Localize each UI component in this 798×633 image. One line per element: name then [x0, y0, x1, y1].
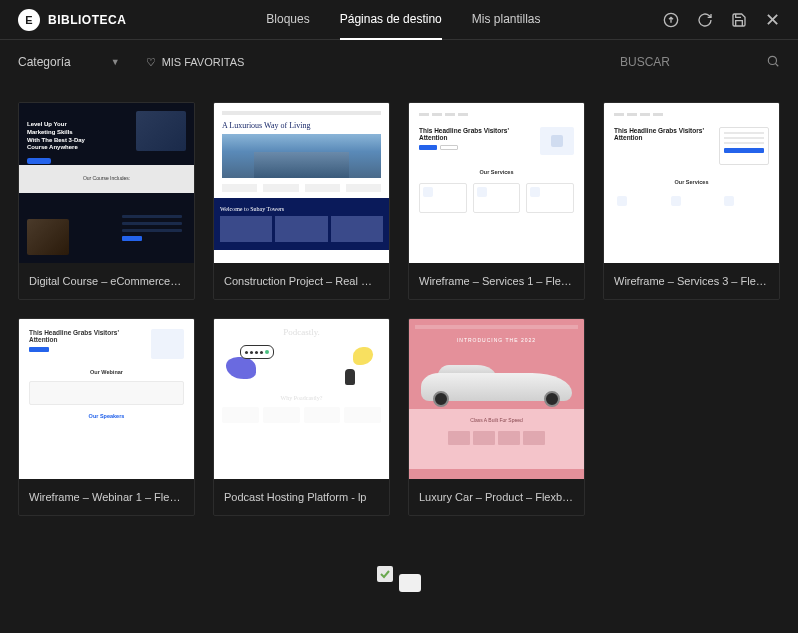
- brand: E BIBLIOTECA: [18, 9, 126, 31]
- thumb-heading: This Headline Grabs Visitors' Attention: [29, 329, 141, 343]
- template-card[interactable]: This Headline Grabs Visitors' Attention …: [408, 102, 585, 300]
- save-icon[interactable]: [731, 12, 747, 28]
- chevron-down-icon: ▼: [111, 57, 120, 67]
- search-icon[interactable]: [766, 54, 780, 71]
- thumb-subhead: Our Speakers: [29, 413, 184, 419]
- thumb-heading: A Luxurious Way of Living: [222, 121, 381, 130]
- category-dropdown[interactable]: Categoría ▼: [18, 55, 120, 69]
- template-thumbnail: This Headline Grabs Visitors' Attention …: [604, 103, 779, 263]
- sync-icon[interactable]: [697, 12, 713, 28]
- thumb-heading: Level Up Your Marketing Skills With The …: [27, 121, 87, 152]
- thumb-subhead: Why Poadcastly?: [222, 395, 381, 401]
- thumb-subhead: Our Services: [419, 169, 574, 175]
- template-title: Wireframe – Services 3 – Flexbox - lp: [604, 263, 779, 299]
- thumb-heading: This Headline Grabs Visitors' Attention: [419, 127, 530, 141]
- template-thumbnail: Level Up Your Marketing Skills With The …: [19, 103, 194, 263]
- svg-rect-3: [399, 574, 421, 592]
- search-wrap: [620, 54, 780, 71]
- brand-title: BIBLIOTECA: [48, 13, 126, 27]
- template-thumbnail: This Headline Grabs Visitors' Attention …: [19, 319, 194, 479]
- favorites-label: MIS FAVORITAS: [162, 56, 245, 68]
- my-favorites-button[interactable]: ♡ MIS FAVORITAS: [146, 56, 245, 69]
- tab-landing-pages[interactable]: Páginas de destino: [340, 0, 442, 40]
- template-card[interactable]: This Headline Grabs Visitors' Attention …: [603, 102, 780, 300]
- thumb-heading: This Headline Grabs Visitors' Attention: [614, 127, 709, 141]
- template-thumbnail: This Headline Grabs Visitors' Attention …: [409, 103, 584, 263]
- template-card[interactable]: Level Up Your Marketing Skills With The …: [18, 102, 195, 300]
- svg-point-1: [768, 56, 776, 64]
- template-grid: Level Up Your Marketing Skills With The …: [0, 84, 798, 534]
- template-thumbnail: INTRODUCING THE 2022 Class A Built For S…: [409, 319, 584, 479]
- category-label: Categoría: [18, 55, 71, 69]
- header-actions: ✕: [663, 9, 780, 31]
- template-card[interactable]: INTRODUCING THE 2022 Class A Built For S…: [408, 318, 585, 516]
- heart-icon: ♡: [146, 56, 156, 69]
- thumb-subhead: Our Webinar: [29, 369, 184, 375]
- template-title: Podcast Hosting Platform - lp: [214, 479, 389, 515]
- svg-rect-2: [377, 566, 393, 582]
- template-card[interactable]: A Luxurious Way of Living Welcome to Sub…: [213, 102, 390, 300]
- template-title: Wireframe – Webinar 1 – Flexbox - lp: [19, 479, 194, 515]
- search-input[interactable]: [620, 55, 760, 69]
- footer-illustration: [0, 534, 798, 594]
- thumb-heading: INTRODUCING THE 2022: [409, 335, 584, 349]
- tab-my-templates[interactable]: Mis plantillas: [472, 0, 541, 40]
- close-icon[interactable]: ✕: [765, 9, 780, 31]
- thumb-subhead: Our Course Includes:: [19, 165, 194, 193]
- template-title: Wireframe – Services 1 – Flexbox - lp: [409, 263, 584, 299]
- template-card[interactable]: This Headline Grabs Visitors' Attention …: [18, 318, 195, 516]
- template-title: Digital Course – eCommerce – Flexb…: [19, 263, 194, 299]
- template-title: Construction Project – Real Estate – …: [214, 263, 389, 299]
- template-title: Luxury Car – Product – Flexbox - lp: [409, 479, 584, 515]
- tab-blocks[interactable]: Bloques: [266, 0, 309, 40]
- library-tabs: Bloques Páginas de destino Mis plantilla…: [266, 0, 540, 40]
- brand-logo-icon: E: [18, 9, 40, 31]
- template-thumbnail: Podcastly. Why Poadcastly?: [214, 319, 389, 479]
- template-card[interactable]: Podcastly. Why Poadcastly? Podcast Hosti…: [213, 318, 390, 516]
- header-bar: E BIBLIOTECA Bloques Páginas de destino …: [0, 0, 798, 40]
- upload-icon[interactable]: [663, 12, 679, 28]
- thumb-heading: Podcastly.: [222, 327, 381, 337]
- toolbar: Categoría ▼ ♡ MIS FAVORITAS: [0, 40, 798, 84]
- template-thumbnail: A Luxurious Way of Living Welcome to Sub…: [214, 103, 389, 263]
- thumb-subhead: Welcome to Subay Towers: [220, 206, 284, 212]
- thumb-subhead: Class A Built For Speed: [470, 417, 523, 423]
- thumb-subhead: Our Services: [614, 179, 769, 185]
